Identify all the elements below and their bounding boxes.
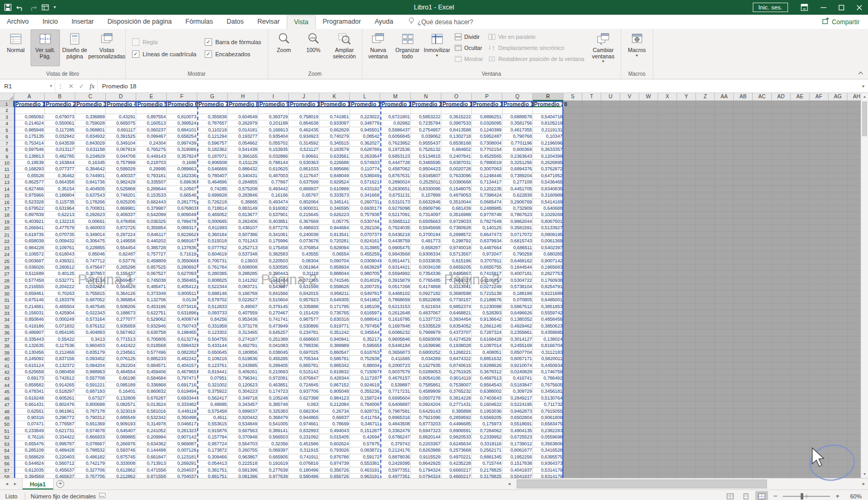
cell-I28[interactable]: 0,142464 [258,278,289,284]
ribbon-display-options-icon[interactable] [796,0,812,15]
cell-AD27[interactable] [772,271,791,277]
cell-C32[interactable]: 0,467546 [75,304,106,310]
cell-AE31[interactable] [791,297,810,303]
cell-V14[interactable] [620,186,639,192]
cell-M47[interactable]: 0,6406897 [380,402,411,408]
cell-U51[interactable] [601,428,620,434]
cell-Y53[interactable] [677,441,696,447]
cell-AD28[interactable] [772,278,791,284]
cell-S31[interactable] [563,297,582,303]
row-header-3[interactable]: 3 [0,114,14,120]
cell-A17[interactable]: 0,679522 [14,206,45,212]
cell-J15[interactable]: 0,65767 [289,192,319,199]
cell-AF49[interactable] [810,415,829,421]
cell-T11[interactable] [582,166,601,172]
cell-D49[interactable]: 0,685549 [106,415,136,421]
column-header-AD[interactable]: AD [772,93,791,101]
cell-G11[interactable]: 0,546669 [197,166,228,172]
cell-AB43[interactable] [734,375,753,382]
cell-Y23[interactable] [677,245,696,251]
cell-AD41[interactable] [772,363,791,369]
cell-R27[interactable]: 0,2827753 [533,271,563,277]
cell-O42[interactable]: 0,2761925 [441,369,472,375]
cell-P4[interactable]: 0,0326095 [472,120,502,127]
cell-P20[interactable]: 0,140125 [472,225,502,231]
cell-AA6[interactable] [715,134,734,140]
insert-function-icon[interactable]: fx [87,79,97,93]
cell-F27[interactable]: 0,627093 [167,271,197,277]
cell-U16[interactable] [601,199,620,206]
cell-N29[interactable]: 0,4174868 [411,284,441,290]
cell-R44[interactable]: 0,7675605 [533,382,563,389]
cell-L21[interactable]: 0,070737 [350,232,380,238]
cell-V1[interactable] [620,101,639,107]
cell-T14[interactable] [582,186,601,192]
cell-AF5[interactable] [810,127,829,134]
column-header-F[interactable]: F [167,93,197,101]
cell-B8[interactable]: 0,013117 [45,147,75,153]
column-header-A[interactable]: A [14,93,45,101]
cell-W4[interactable] [639,120,658,127]
cell-P15[interactable]: 0,7398424 [472,192,502,199]
cell-L5[interactable]: 0,945501 [350,127,380,134]
cell-C16[interactable]: 0,178266 [75,199,106,206]
cell-G14[interactable]: 0,74285 [197,186,228,192]
cell-AA8[interactable] [715,147,734,153]
cell-U42[interactable] [601,369,620,375]
cell-K51[interactable]: 0,494043 [319,428,350,434]
cell-L32[interactable]: 0,185109 [350,304,380,310]
cell-T3[interactable] [582,114,601,120]
cell-B33[interactable]: 0,425904 [45,310,75,317]
cell-R21[interactable]: 0,0809195 [533,232,563,238]
cell-C4[interactable]: 0,759028 [75,120,106,127]
cell-AB41[interactable] [734,363,753,369]
cell-AD55[interactable] [772,454,791,461]
cell-T45[interactable] [582,389,601,395]
cell-Y52[interactable] [677,434,696,441]
cell-AF26[interactable] [810,264,829,271]
cell-B34[interactable]: 0,000249 [45,317,75,323]
cell-AC6[interactable] [753,134,772,140]
cell-K47[interactable]: 0,212084 [319,402,350,408]
cell-AF9[interactable] [810,154,829,160]
cell-G58[interactable]: 0,881751 [197,474,228,478]
cell-AE33[interactable] [791,310,810,317]
cell-P39[interactable]: 0,408051 [472,350,502,356]
cell-F1[interactable]: Promedio 6 [167,101,197,107]
cell-Y2[interactable] [677,107,696,114]
cell-I42[interactable]: 0,210693 [258,369,289,375]
cell-V53[interactable] [620,441,639,447]
cell-V29[interactable] [620,284,639,290]
row-header-1[interactable]: 1 [0,101,14,107]
cell-AG37[interactable] [829,336,847,343]
cell-AD38[interactable] [772,343,791,349]
cell-Z3[interactable] [696,114,715,120]
cell-Z28[interactable] [696,278,715,284]
cell-B18[interactable]: 0,62213 [45,212,75,218]
cell-A25[interactable]: 0,003697 [14,258,45,264]
cell-X56[interactable] [658,461,677,467]
cell-Y9[interactable] [677,154,696,160]
cell-M50[interactable]: 0,4843508 [380,421,411,427]
cell-G29[interactable]: 0,522344 [197,284,228,290]
cell-AE18[interactable] [791,212,810,218]
cell-AA13[interactable] [715,179,734,186]
cell-N56[interactable]: 0,8642925 [411,461,441,467]
cell-H41[interactable]: 0,243995 [228,363,258,369]
cell-U58[interactable] [601,474,620,478]
cell-A50[interactable]: 0,07471 [14,421,45,427]
cell-R35[interactable]: 0,3850623 [533,323,563,330]
cell-Y8[interactable] [677,147,696,153]
column-header-X[interactable]: X [658,93,677,101]
cell-C56[interactable]: 0,742179 [75,461,106,467]
cell-U7[interactable] [601,140,620,147]
cell-AC43[interactable] [753,375,772,382]
cell-S51[interactable] [563,428,582,434]
cell-AC45[interactable] [753,389,772,395]
cell-V27[interactable] [620,271,639,277]
cell-E17[interactable]: 0,379987 [136,206,167,212]
cell-AD53[interactable] [772,441,791,447]
cell-X47[interactable] [658,402,677,408]
cell-S24[interactable] [563,251,582,258]
cell-Z52[interactable] [696,434,715,441]
